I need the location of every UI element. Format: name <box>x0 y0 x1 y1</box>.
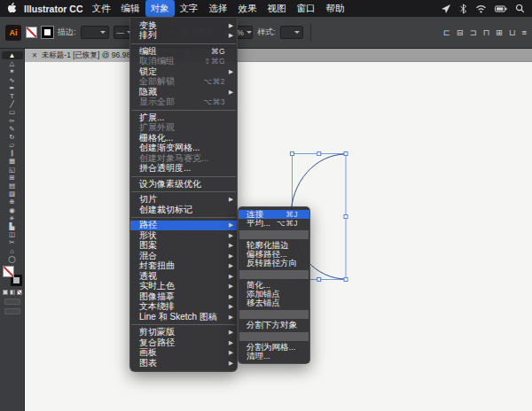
send-icon[interactable] <box>441 4 451 14</box>
submenu-item[interactable]: 反转路径方向 <box>239 259 309 268</box>
panel-menu-icon[interactable]: ≡ <box>521 28 527 37</box>
hand-tool[interactable]: ⌂ <box>2 247 23 255</box>
menu-item-shortcut: ⌥⌘2 <box>203 77 225 86</box>
menu-item[interactable] <box>131 176 236 177</box>
battery-icon[interactable] <box>495 4 507 13</box>
rectangle-tool[interactable]: ▭ <box>2 108 23 116</box>
menu-item[interactable] <box>131 110 236 111</box>
submenu-arrow-icon <box>225 273 233 280</box>
menu-item[interactable]: 排列 <box>130 31 237 42</box>
submenu-arrow-icon <box>225 360 233 367</box>
fill-stroke-indicator[interactable] <box>3 266 22 286</box>
chevron-down-icon <box>100 31 106 34</box>
menu-item-label: Line 和 Sketch 图稿 <box>139 311 217 323</box>
submenu-arrow-icon <box>225 283 233 290</box>
submenu-item[interactable]: 分割下方对象 <box>239 321 309 330</box>
color-button[interactable] <box>3 290 8 295</box>
chevron-down-icon <box>246 31 252 34</box>
magic-wand-tool[interactable]: ✶ <box>2 67 23 75</box>
menubar-item[interactable]: 效果 <box>233 0 262 17</box>
menubar-item[interactable]: 视图 <box>262 0 292 17</box>
menu-item-label: 设为像素级优化 <box>139 178 201 190</box>
close-tab-icon[interactable]: × <box>32 51 37 60</box>
align-center-h-icon[interactable]: ⊟ <box>457 28 464 37</box>
symbol-sprayer-tool[interactable]: ✳ <box>2 214 23 222</box>
submenu-arrow-icon <box>225 196 233 203</box>
menu-item[interactable]: 显示全部 ⌥⌘3 <box>130 97 237 108</box>
spotlight-icon[interactable] <box>515 4 525 13</box>
align-bottom-icon[interactable]: ⊔ <box>509 28 515 37</box>
menu-item[interactable]: 设为像素级优化 <box>130 179 237 190</box>
free-transform-tool[interactable]: ▦ <box>2 157 23 165</box>
menubar: Illustrator CC 文件 编辑 对象 文字 选择 效果 视图 窗口 帮… <box>0 0 532 17</box>
width-tool[interactable]: ∥ <box>2 149 23 157</box>
submenu-item[interactable] <box>239 310 309 319</box>
column-graph-tool[interactable]: ▙ <box>2 222 23 230</box>
menu-item[interactable] <box>131 324 236 325</box>
stroke-weight-dropdown[interactable] <box>81 26 109 39</box>
style-dropdown[interactable] <box>280 26 303 39</box>
menubar-item[interactable]: 窗口 <box>292 0 321 17</box>
slice-tool[interactable]: ✂ <box>2 238 23 246</box>
fill-proxy-swatch-none[interactable] <box>3 266 14 277</box>
illustrator-logo: Ai <box>5 25 21 41</box>
submenu-arrow-icon <box>225 221 233 229</box>
menubar-item[interactable]: 文字 <box>175 0 204 17</box>
lasso-tool[interactable]: ∿ <box>2 76 23 84</box>
rotate-tool[interactable]: ↻ <box>2 133 23 141</box>
perspective-grid-tool[interactable]: ⊞ <box>2 174 23 182</box>
align-right-icon[interactable]: ⊐ <box>470 28 477 37</box>
blend-tool[interactable]: ◉ <box>2 206 23 214</box>
menubar-item[interactable]: 文件 <box>87 0 116 17</box>
app-name: Illustrator CC <box>24 4 83 14</box>
menubar-item[interactable]: 编辑 <box>116 0 145 17</box>
menubar-item[interactable]: 对象 <box>145 0 175 17</box>
submenu-item[interactable] <box>239 332 309 341</box>
scale-tool[interactable]: ▱ <box>2 141 23 149</box>
shape-builder-tool[interactable]: ◱ <box>2 166 23 174</box>
gradient-tool[interactable]: ▨ <box>2 190 23 198</box>
menu-item[interactable]: 创建裁切标记 <box>130 205 237 215</box>
eyedropper-tool[interactable]: ⊕ <box>2 198 23 206</box>
control-bar: Ai 描边: — 基本 不透明度: 100% 样式: ⊏ ⊟ ⊐ ⊓ ⊞ ⊔ ≡ <box>0 17 532 49</box>
bluetooth-icon[interactable] <box>459 4 467 14</box>
menubar-item[interactable]: 选择 <box>204 0 233 17</box>
apple-logo-icon[interactable] <box>7 3 17 14</box>
mesh-tool[interactable]: ▤ <box>2 182 23 190</box>
direct-selection-tool[interactable]: △ <box>2 59 23 67</box>
menu-item[interactable] <box>131 191 236 192</box>
draw-mode-button[interactable] <box>4 299 20 305</box>
wifi-icon[interactable] <box>475 4 487 13</box>
pen-tool[interactable]: ✒ <box>2 84 23 92</box>
submenu-item[interactable] <box>239 230 309 239</box>
align-center-v-icon[interactable]: ⊞ <box>496 28 503 37</box>
gradient-button[interactable] <box>10 290 15 295</box>
menu-item[interactable]: Line 和 Sketch 图稿 <box>130 312 237 322</box>
align-top-icon[interactable]: ⊓ <box>483 28 489 37</box>
screen-mode-button[interactable] <box>4 308 20 314</box>
submenu-item[interactable] <box>239 270 309 279</box>
line-segment-tool[interactable]: ╱ <box>2 100 23 108</box>
menubar-item[interactable]: 帮助 <box>321 0 350 17</box>
menu-item[interactable]: 图表 <box>130 358 237 368</box>
menu-item[interactable] <box>131 43 236 44</box>
submenu-item[interactable]: 平均... ⌥⌘J <box>239 219 309 228</box>
submenu-item[interactable]: 移去锚点 <box>239 299 309 307</box>
selection-tool[interactable]: ▲ <box>2 51 23 59</box>
pencil-tool[interactable]: ✎ <box>2 125 23 133</box>
menu-item[interactable]: 拼合透明度... <box>130 164 237 174</box>
submenu-arrow-icon <box>225 339 233 346</box>
align-buttons: ⊏ ⊟ ⊐ ⊓ ⊞ ⊔ ≡ <box>443 28 527 37</box>
none-button[interactable] <box>17 290 22 295</box>
submenu-item[interactable]: 清理... <box>239 352 309 361</box>
type-tool[interactable]: T <box>2 92 23 100</box>
menu-item-shortcut: ⌥⌘3 <box>203 97 225 106</box>
fill-swatch-none[interactable] <box>26 27 37 38</box>
submenu-arrow-icon <box>225 349 233 356</box>
align-left-icon[interactable]: ⊏ <box>443 28 450 37</box>
menu-item[interactable] <box>131 217 236 218</box>
paintbrush-tool[interactable]: ✑ <box>2 117 23 125</box>
artboard-tool[interactable]: ◫ <box>2 230 23 238</box>
submenu-item-label: 分割下方对象 <box>246 320 297 331</box>
stroke-swatch[interactable] <box>42 27 53 38</box>
